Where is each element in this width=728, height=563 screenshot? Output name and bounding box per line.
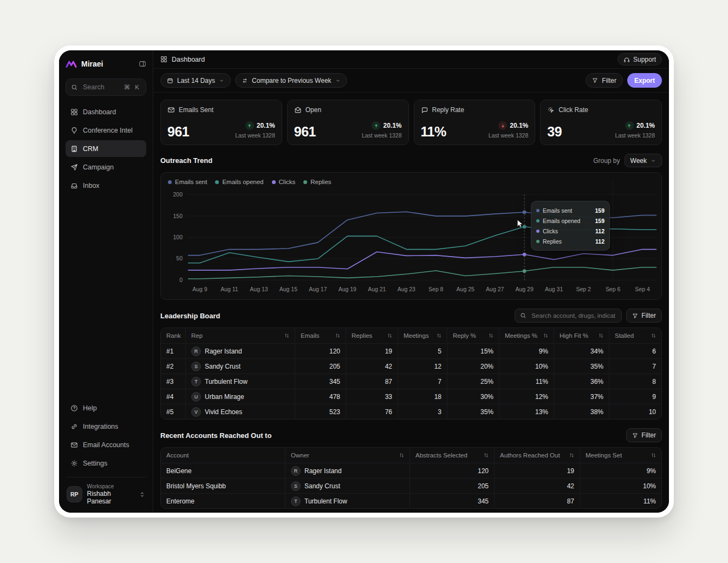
group-by-label: Group by <box>593 157 620 165</box>
table-row[interactable]: #3TTurbulent Flow34587725%11%36%8 <box>161 374 661 389</box>
sidebar-search[interactable]: ⌘ K <box>66 78 146 96</box>
column-header-replies[interactable]: Replies <box>346 328 398 343</box>
table-cell: 10% <box>580 478 661 493</box>
leaderboard-filter-button[interactable]: Filter <box>626 309 662 323</box>
legend-item-clicks[interactable]: Clicks <box>272 179 296 185</box>
column-header-authors-reached-out[interactable]: Authors Reached Out <box>495 448 580 463</box>
group-by-select[interactable]: Week <box>625 154 662 167</box>
column-header-label: Abstracts Selected <box>415 452 467 459</box>
export-button[interactable]: Export <box>627 73 662 88</box>
sidebar-item-email-accounts[interactable]: Email Accounts <box>66 436 146 453</box>
sidebar-item-conference-intel[interactable]: Conference Intel <box>66 122 146 139</box>
sidebar-item-label: Dashboard <box>83 108 116 116</box>
table-row[interactable]: #4UUrban Mirage478331830%12%37%9 <box>161 389 661 404</box>
tooltip-dot-icon <box>536 240 540 243</box>
recent-accounts-filter-button[interactable]: Filter <box>626 428 662 442</box>
column-header-owner[interactable]: Owner <box>285 448 410 463</box>
workspace-label: Workspace <box>87 483 134 489</box>
tooltip-row: Clicks 112 <box>536 226 604 236</box>
svg-text:Aug 25: Aug 25 <box>457 286 474 292</box>
legend-item-emails-opened[interactable]: Emails opened <box>215 179 263 185</box>
legend-item-replies[interactable]: Replies <box>303 179 331 185</box>
table-cell: 7 <box>609 358 661 374</box>
leaderboard-search-input[interactable] <box>530 312 616 319</box>
cell-value: 6 <box>652 348 656 355</box>
sidebar-item-integrations[interactable]: Integrations <box>66 418 146 435</box>
column-header-abstracts-selected[interactable]: Abstracts Selected <box>410 448 495 463</box>
leaderboard-search[interactable] <box>515 309 622 323</box>
mail-icon <box>70 441 78 449</box>
legend-item-emails-sent[interactable]: Emails sent <box>168 179 207 185</box>
sort-icon[interactable] <box>480 453 489 458</box>
column-header-meetings[interactable]: Meetings % <box>499 328 554 343</box>
table-row[interactable]: Bristol Myers SquibbSSandy Crust2054210% <box>161 478 661 493</box>
filter-button[interactable]: Filter <box>586 73 623 88</box>
sidebar-item-label: Settings <box>83 460 107 467</box>
cell-value: 205 <box>478 482 489 490</box>
sort-icon[interactable] <box>595 333 603 338</box>
sidebar-item-settings[interactable]: Settings <box>66 455 146 472</box>
sidebar-item-help[interactable]: Help <box>66 400 146 416</box>
compare-dropdown[interactable]: Compare to Previous Week <box>235 73 347 88</box>
chat-icon <box>421 106 428 114</box>
link-icon <box>70 423 78 430</box>
column-header-emails[interactable]: Emails <box>295 328 346 343</box>
cell-value: 3 <box>438 408 441 416</box>
sidebar-item-dashboard[interactable]: Dashboard <box>66 103 146 120</box>
column-header-stalled[interactable]: Stalled <box>609 328 661 343</box>
table-cell: 120 <box>410 463 495 478</box>
table-cell: 345 <box>410 493 495 508</box>
column-header-rep[interactable]: Rep <box>186 328 295 343</box>
tooltip-value: 159 <box>595 207 604 214</box>
support-button[interactable]: Support <box>618 53 662 66</box>
sort-icon[interactable] <box>332 333 340 338</box>
sort-icon[interactable] <box>485 333 493 338</box>
avatar: T <box>191 377 201 387</box>
sort-icon[interactable] <box>540 333 548 338</box>
sidebar-item-inbox[interactable]: Inbox <box>66 177 146 194</box>
column-header-meetings[interactable]: Meetings <box>398 328 447 343</box>
sort-icon[interactable] <box>281 333 289 338</box>
cell-value: 120 <box>329 348 340 355</box>
tooltip-dot-icon <box>536 230 540 233</box>
table-cell: 15% <box>447 343 499 358</box>
date-range-dropdown[interactable]: Last 14 Days <box>160 73 231 88</box>
sort-icon[interactable] <box>433 333 441 338</box>
breadcrumb[interactable]: Dashboard <box>160 56 205 63</box>
svg-text:100: 100 <box>173 234 183 240</box>
sort-icon[interactable] <box>648 453 656 458</box>
cell-value: 9 <box>652 393 656 401</box>
sort-icon[interactable] <box>648 333 656 338</box>
brand-name: Miraei <box>81 60 103 68</box>
column-header-meetings-set[interactable]: Meetings Set <box>580 448 661 463</box>
sort-icon[interactable] <box>566 453 574 458</box>
sort-icon[interactable] <box>396 453 404 458</box>
table-cell: 7 <box>398 374 447 389</box>
table-row[interactable]: BeiGeneRRager Istand120199% <box>161 463 661 478</box>
workspace-switcher[interactable]: RP Workspace Rishabh Panesar <box>66 477 146 506</box>
svg-text:Aug 19: Aug 19 <box>339 286 356 292</box>
sidebar-item-crm[interactable]: CRM <box>66 140 146 157</box>
table-row[interactable]: #5VVivid Echoes52376335%13%38%10 <box>161 404 661 419</box>
cell-value: 34% <box>590 348 603 355</box>
mail-open-icon <box>294 106 302 114</box>
column-header-high-fit[interactable]: High Fit % <box>554 328 609 343</box>
svg-text:Aug 11: Aug 11 <box>220 286 238 292</box>
chart-legend: Emails sent Emails opened Clicks Replies <box>168 179 332 185</box>
sort-icon[interactable] <box>384 333 392 338</box>
building-icon <box>70 145 78 153</box>
cell-value: #5 <box>166 408 173 416</box>
cell-value: Turbulent Flow <box>205 378 248 385</box>
svg-text:50: 50 <box>176 256 183 261</box>
table-row[interactable]: #1RRager Istand12019515%9%34%6 <box>161 343 661 358</box>
table-row[interactable]: #2SSandy Crust205421220%10%35%7 <box>161 358 661 374</box>
avatar: S <box>191 362 201 371</box>
sidebar-collapse-icon[interactable] <box>139 60 146 68</box>
table-cell: 345 <box>295 374 346 389</box>
cell-value: 30% <box>480 393 493 401</box>
column-header-reply[interactable]: Reply % <box>447 328 499 343</box>
search-input[interactable] <box>82 83 119 91</box>
table-cell: 19 <box>495 463 580 478</box>
sidebar-item-campaign[interactable]: Campaign <box>66 159 146 175</box>
table-row[interactable]: EnteromeTTurbulent Flow3458711% <box>161 493 661 508</box>
